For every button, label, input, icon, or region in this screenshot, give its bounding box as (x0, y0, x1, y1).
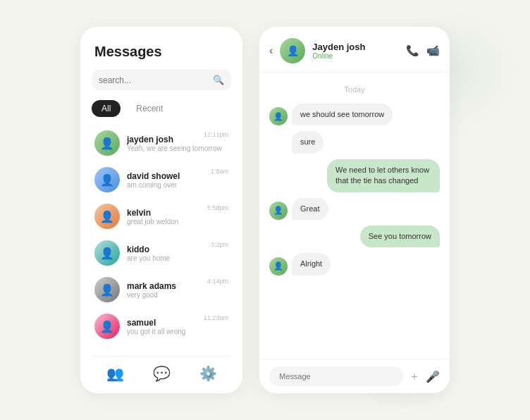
phone-icon[interactable]: 📞 (406, 44, 419, 57)
message-bubble: See you tomorrow (360, 226, 440, 247)
contact-time: 11:23am (204, 314, 228, 321)
message-row: 👤Great (269, 198, 440, 220)
chat-header: ‹ 👤 Jayden josh Online 📞 📹 (259, 27, 450, 73)
messages-icon[interactable]: 💬 (153, 365, 171, 382)
chat-body: Today👤we should see tomorrowsureWe need … (259, 73, 450, 359)
contact-list: 👤 jayden josh Yeah, we are seeing tomorr… (92, 125, 231, 350)
msg-avatar: 👤 (269, 107, 288, 125)
filter-tabs: All Recent (92, 100, 231, 117)
filter-all[interactable]: All (92, 100, 121, 117)
contact-avatar: 👤 (94, 204, 120, 229)
contact-preview: very good (127, 291, 228, 299)
contact-time: 1:8am (211, 168, 228, 175)
contact-preview: are you home (127, 254, 228, 262)
chat-user-info: Jayden josh Online (312, 42, 406, 60)
message-row: sure (269, 131, 440, 153)
message-bubble: we should see tomorrow (292, 104, 393, 125)
video-icon[interactable]: 📹 (426, 44, 440, 57)
message-bubble: Great (292, 198, 328, 220)
contact-preview: great job weldon (127, 218, 228, 226)
msg-avatar: 👤 (269, 257, 288, 276)
contact-item[interactable]: 👤 david showel am coming over 1:8am (92, 162, 231, 197)
message-row: We need to let others know that the tie … (269, 159, 440, 192)
contact-preview: you got it all wrong (127, 328, 228, 335)
contact-item[interactable]: 👤 jayden josh Yeah, we are seeing tomorr… (92, 125, 231, 161)
mic-icon[interactable]: 🎤 (426, 370, 440, 383)
contact-item[interactable]: 👤 mark adams very good 4:14pm (92, 272, 231, 307)
app-container: Messages 🔍 All Recent 👤 jayden josh Yeah… (80, 27, 450, 393)
message-bubble: sure (292, 131, 323, 153)
contact-preview: am coming over (127, 181, 228, 189)
date-divider: Today (269, 85, 440, 94)
settings-icon[interactable]: ⚙️ (199, 365, 217, 382)
contact-item[interactable]: 👤 kiddo are you home 3:2pm (92, 235, 231, 271)
message-row: 👤Alright (269, 253, 440, 275)
search-icon: 🔍 (213, 75, 224, 85)
contact-avatar: 👤 (94, 314, 120, 339)
contact-time: 5:58pm (207, 204, 228, 211)
bottom-nav: 👥💬⚙️ (92, 356, 231, 382)
chat-panel: ‹ 👤 Jayden josh Online 📞 📹 Today👤we shou… (259, 27, 450, 393)
contact-avatar: 👤 (94, 167, 120, 192)
message-bubble: We need to let others know that the tie … (327, 159, 440, 192)
contact-avatar: 👤 (94, 240, 120, 266)
contact-preview: Yeah, we are seeing tomorrow (127, 144, 228, 152)
chat-input-area: ＋ 🎤 (259, 359, 450, 393)
message-row: See you tomorrow (269, 226, 440, 247)
header-actions: 📞 📹 (406, 44, 440, 57)
chat-user-name: Jayden josh (312, 42, 406, 52)
contact-item[interactable]: 👤 samuel you got it all wrong 11:23am (92, 309, 231, 344)
contact-avatar: 👤 (94, 130, 120, 156)
messages-panel: Messages 🔍 All Recent 👤 jayden josh Yeah… (80, 27, 242, 393)
message-bubble: Alright (292, 253, 331, 275)
contact-item[interactable]: 👤 kelvin great job weldon 5:58pm (92, 199, 231, 234)
contact-time: 12:11pm (204, 131, 228, 138)
message-input[interactable] (269, 366, 403, 386)
message-row: 👤we should see tomorrow (269, 104, 440, 125)
chat-status: Online (312, 52, 406, 60)
contact-time: 4:14pm (207, 278, 228, 285)
msg-avatar: 👤 (269, 202, 288, 220)
contacts-icon[interactable]: 👥 (106, 365, 124, 382)
search-bar[interactable]: 🔍 (92, 70, 231, 90)
contact-avatar: 👤 (94, 277, 120, 302)
search-input[interactable] (99, 75, 213, 85)
attach-icon[interactable]: ＋ (409, 369, 420, 384)
filter-recent[interactable]: Recent (126, 100, 173, 117)
back-button[interactable]: ‹ (269, 44, 273, 57)
chat-avatar: 👤 (280, 38, 305, 63)
contact-time: 3:2pm (211, 241, 228, 248)
panel-title: Messages (92, 44, 231, 60)
